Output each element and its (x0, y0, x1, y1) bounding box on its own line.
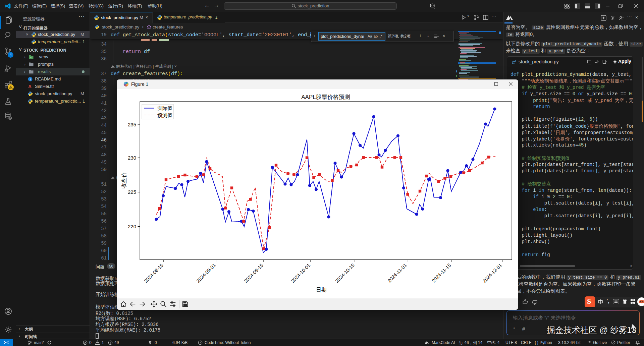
svg-text:2024-10-01: 2024-10-01 (290, 263, 311, 284)
svg-text:2024-09-15: 2024-09-15 (243, 263, 264, 284)
svg-text:2024-12-01: 2024-12-01 (482, 263, 503, 284)
svg-text:收盘价: 收盘价 (121, 172, 127, 188)
svg-text:220: 220 (128, 224, 136, 229)
svg-text:2024-09-01: 2024-09-01 (195, 263, 217, 284)
svg-text:2024-10-15: 2024-10-15 (334, 263, 356, 284)
svg-text:预测值: 预测值 (157, 112, 172, 118)
svg-text:2024-11-15: 2024-11-15 (431, 263, 452, 284)
svg-text:实际值: 实际值 (157, 105, 172, 111)
svg-text:AAPL股票价格预测: AAPL股票价格预测 (301, 94, 350, 100)
svg-text:2024-08-15: 2024-08-15 (143, 263, 164, 284)
svg-text:230: 230 (128, 155, 136, 161)
svg-text:235: 235 (128, 122, 136, 127)
svg-text:日期: 日期 (316, 287, 327, 293)
svg-text:2024-11-01: 2024-11-01 (387, 263, 408, 284)
svg-text:225: 225 (128, 189, 136, 195)
